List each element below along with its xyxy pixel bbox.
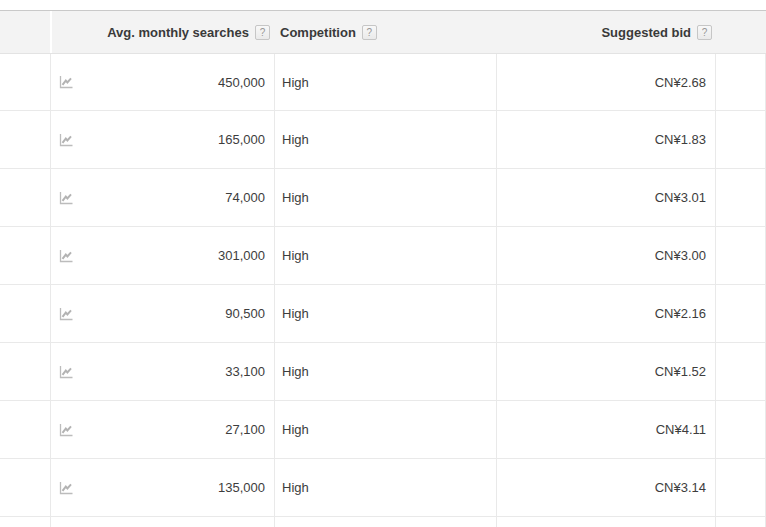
bid-value: CN¥3.01 [655, 190, 706, 205]
avg-monthly-searches-cell: 135,000 [51, 459, 275, 516]
help-icon[interactable]: ? [255, 25, 270, 40]
help-icon[interactable]: ? [697, 25, 712, 40]
competition-value: High [282, 248, 309, 263]
searches-value: 33,100 [225, 364, 265, 379]
avg-monthly-searches-cell [51, 517, 275, 527]
trend-chart-icon[interactable] [59, 133, 73, 147]
table-row-partial [0, 517, 766, 527]
trend-chart-icon[interactable] [59, 191, 73, 205]
competition-cell: High [275, 401, 497, 458]
avg-monthly-searches-cell: 74,000 [51, 169, 275, 226]
competition-cell: High [275, 169, 497, 226]
searches-value: 27,100 [225, 422, 265, 437]
avg-monthly-searches-cell: 90,500 [51, 285, 275, 342]
suggested-bid-cell: CN¥3.00 [497, 227, 716, 284]
suggested-bid-cell: CN¥4.11 [497, 401, 716, 458]
extra-cell [716, 343, 766, 400]
help-icon[interactable]: ? [362, 25, 377, 40]
avg-monthly-searches-cell: 33,100 [51, 343, 275, 400]
table-row: 135,000 High CN¥3.14 [0, 459, 766, 517]
keyword-cell [0, 111, 51, 168]
trend-chart-icon[interactable] [59, 365, 73, 379]
trend-chart-icon[interactable] [59, 481, 73, 495]
avg-monthly-searches-cell: 450,000 [51, 54, 275, 110]
competition-cell: High [275, 343, 497, 400]
competition-value: High [282, 75, 309, 90]
trend-chart-icon[interactable] [59, 249, 73, 263]
header-extra-column [716, 11, 766, 53]
suggested-bid-cell: CN¥2.16 [497, 285, 716, 342]
avg-monthly-searches-label: Avg. monthly searches [107, 25, 249, 40]
suggested-bid-cell: CN¥1.52 [497, 343, 716, 400]
bid-value: CN¥3.00 [655, 248, 706, 263]
header-avg-monthly-searches[interactable]: Avg. monthly searches ? [52, 11, 275, 53]
competition-value: High [282, 190, 309, 205]
competition-cell: High [275, 227, 497, 284]
keyword-cell [0, 401, 51, 458]
keyword-planner-table: Avg. monthly searches ? Competition ? Su… [0, 0, 766, 527]
table-row: 33,100 High CN¥1.52 [0, 343, 766, 401]
extra-cell [716, 111, 766, 168]
keyword-cell [0, 227, 51, 284]
suggested-bid-cell: CN¥3.14 [497, 459, 716, 516]
searches-value: 301,000 [218, 248, 265, 263]
competition-value: High [282, 306, 309, 321]
trend-chart-icon[interactable] [59, 307, 73, 321]
competition-value: High [282, 480, 309, 495]
top-spacer [0, 0, 766, 10]
trend-chart-icon[interactable] [59, 423, 73, 437]
competition-cell: High [275, 111, 497, 168]
searches-value: 135,000 [218, 480, 265, 495]
extra-cell [716, 285, 766, 342]
keyword-cell [0, 517, 51, 527]
extra-cell [716, 517, 766, 527]
bid-value: CN¥1.52 [655, 364, 706, 379]
competition-cell [275, 517, 497, 527]
competition-cell: High [275, 54, 497, 110]
bid-value: CN¥2.16 [655, 306, 706, 321]
avg-monthly-searches-cell: 27,100 [51, 401, 275, 458]
table-row: 90,500 High CN¥2.16 [0, 285, 766, 343]
table-row: 450,000 High CN¥2.68 [0, 54, 766, 111]
competition-cell: High [275, 285, 497, 342]
keyword-cell [0, 169, 51, 226]
suggested-bid-cell: CN¥3.01 [497, 169, 716, 226]
bid-value: CN¥2.68 [655, 75, 706, 90]
avg-monthly-searches-cell: 301,000 [51, 227, 275, 284]
bid-value: CN¥3.14 [655, 480, 706, 495]
extra-cell [716, 401, 766, 458]
bid-value: CN¥4.11 [656, 422, 706, 437]
competition-value: High [282, 364, 309, 379]
competition-label: Competition [280, 25, 356, 40]
searches-value: 90,500 [225, 306, 265, 321]
keyword-cell [0, 285, 51, 342]
trend-chart-icon[interactable] [59, 75, 73, 89]
header-keyword-column [0, 11, 52, 53]
table-header-row: Avg. monthly searches ? Competition ? Su… [0, 10, 766, 54]
extra-cell [716, 227, 766, 284]
suggested-bid-label: Suggested bid [601, 25, 691, 40]
extra-cell [716, 169, 766, 226]
extra-cell [716, 459, 766, 516]
searches-value: 165,000 [218, 132, 265, 147]
competition-cell: High [275, 459, 497, 516]
table-row: 301,000 High CN¥3.00 [0, 227, 766, 285]
suggested-bid-cell: CN¥2.68 [497, 54, 716, 110]
header-competition[interactable]: Competition ? [275, 11, 497, 53]
table-row: 74,000 High CN¥3.01 [0, 169, 766, 227]
bid-value: CN¥1.83 [655, 132, 706, 147]
suggested-bid-cell [497, 517, 716, 527]
avg-monthly-searches-cell: 165,000 [51, 111, 275, 168]
searches-value: 74,000 [225, 190, 265, 205]
table-row: 165,000 High CN¥1.83 [0, 111, 766, 169]
keyword-cell [0, 343, 51, 400]
table-body: 450,000 High CN¥2.68 165,000 High CN¥1.8… [0, 54, 766, 527]
header-suggested-bid[interactable]: Suggested bid ? [497, 11, 716, 53]
competition-value: High [282, 132, 309, 147]
suggested-bid-cell: CN¥1.83 [497, 111, 716, 168]
keyword-cell [0, 54, 51, 110]
competition-value: High [282, 422, 309, 437]
searches-value: 450,000 [218, 75, 265, 90]
table-row: 27,100 High CN¥4.11 [0, 401, 766, 459]
keyword-cell [0, 459, 51, 516]
